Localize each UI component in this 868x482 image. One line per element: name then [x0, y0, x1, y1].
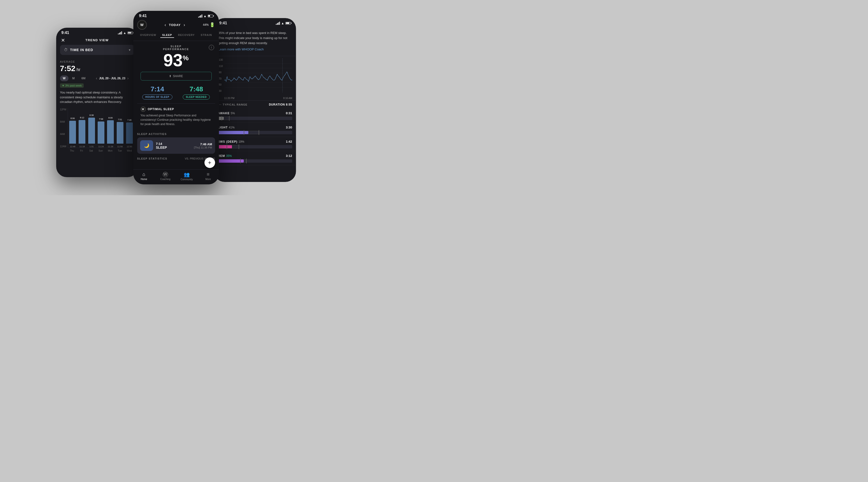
page-title: TREND VIEW [85, 38, 109, 42]
rem-info-box: 35% of your time in bed was spent in REM… [214, 27, 296, 56]
home-icon: ⌂ [143, 171, 145, 177]
sleep-stats-label: SLEEP STATISTICS [137, 157, 167, 160]
hr-start-time: 11:20 PM [224, 97, 235, 100]
stats-unit: hr [75, 67, 81, 72]
stage-light: LIGHT 41% 3:30 [214, 123, 296, 137]
tab-overview[interactable]: OVERVIEW [138, 33, 158, 38]
y-label-12am: 12AM [60, 145, 66, 148]
community-label: Community [181, 178, 193, 181]
stage-rem-time: 3:12 [286, 154, 292, 158]
battery-icon [128, 32, 133, 34]
fab-button[interactable]: + [205, 157, 215, 168]
phone-left: 9:41 ▲ ✕ TREND VIEW ⏱ TIME IN B [56, 28, 138, 177]
stats-value: 7:52 hr [60, 64, 134, 73]
bar-sat: 8:38 1:31 [88, 114, 95, 148]
tab-sleep[interactable]: SLEEP [160, 33, 174, 38]
sleep-activity-icon: 🌙 [140, 140, 153, 151]
center-status-icons: ▲ [198, 14, 213, 18]
stage-awake-header: AWAKE 5% 0:31 [218, 111, 292, 115]
community-icon: 👥 [184, 171, 190, 178]
nav-more[interactable]: ≡ More [197, 171, 219, 181]
typical-range-header: ⋯ TYPICAL RANGE DURATION 8:55 [214, 100, 296, 108]
needed-value: 7:48 [183, 85, 210, 93]
nav-home[interactable]: ⌂ Home [133, 171, 155, 181]
rem-info-text: 35% of your time in bed was spent in REM… [218, 31, 292, 45]
wifi-icon: ▲ [123, 31, 126, 35]
right-wifi-icon: ▲ [281, 22, 284, 25]
selector-icon: ⏱ [64, 48, 68, 52]
nav-prev-button[interactable]: ‹ [164, 23, 166, 28]
signal-icon [118, 31, 122, 34]
date-next-button[interactable]: › [127, 76, 128, 81]
nav-next-button[interactable]: › [184, 23, 185, 28]
sleep-times: 7:14 HOURS OF SLEEP 7:48 SLEEP NEEDED [133, 84, 219, 103]
duration-label: DURATION 8:55 [269, 103, 292, 106]
battery-pct: 44% [203, 23, 209, 27]
nav-middle: ‹ TODAY › [164, 23, 185, 28]
nav-today: TODAY [169, 23, 181, 27]
stage-awake-pct: 5% [231, 111, 235, 115]
sleep-activity-card[interactable]: 🌙 7:14 SLEEP 7:46 AM [Thu] 11:36 PM [137, 137, 215, 154]
close-button[interactable]: ✕ [61, 37, 65, 43]
trend-selector[interactable]: ⏱ TIME IN BED ▾ [60, 45, 134, 55]
trend-badge: ▼ 3% past week [60, 84, 84, 88]
right-signal-icon [276, 22, 280, 25]
hours-badge: HOURS OF SLEEP [142, 94, 173, 100]
nav-community[interactable]: 👥 Community [176, 171, 197, 181]
left-status-time: 9:41 [61, 31, 69, 35]
optimal-title-text: OPTIMAL SLEEP [148, 107, 174, 111]
stage-rem-bar [218, 159, 292, 163]
optimal-text: You achieved great Sleep Performance and… [141, 113, 212, 126]
left-status-icons: ▲ [118, 31, 133, 35]
left-status-bar: 9:41 ▲ [56, 28, 138, 36]
center-battery-icon [208, 15, 213, 18]
sleep-needed: 7:48 SLEEP NEEDED [183, 85, 210, 100]
phones-container: 9:41 ▲ ✕ TREND VIEW ⏱ TIME IN B [0, 0, 352, 195]
right-status-bar: 9:41 ▲ [214, 18, 296, 27]
stage-awake-label: AWAKE [218, 111, 231, 115]
stage-sws-pct: 19% [239, 140, 244, 143]
hr-chart-container: 130 110 90 70 50 30 [214, 56, 296, 100]
selector-text: TIME IN BED [70, 48, 126, 52]
nav-coaching[interactable]: W Coaching [155, 172, 176, 181]
pct-sign: % [183, 54, 189, 62]
stage-awake: AWAKE 5% 0:31 [214, 108, 296, 123]
left-header: ✕ TREND VIEW [56, 36, 138, 45]
activity-times: 7:46 AM [Thu] 11:36 PM [194, 142, 212, 149]
optimal-section: W OPTIMAL SLEEP You achieved great Sleep… [137, 103, 215, 129]
stage-light-bar [218, 131, 292, 134]
stats-row: SLEEP STATISTICS VS. PREVIOUS 30 DAYS [137, 157, 215, 160]
center-status-time: 9:41 [139, 14, 147, 18]
insight-text: You nearly had optimal sleep consistency… [60, 90, 134, 104]
bar-wed: 7:46 12:50 [126, 119, 133, 148]
center-nav: W ‹ TODAY › 44% 🔋 [133, 20, 219, 33]
share-button[interactable]: ⬆ SHARE [142, 73, 210, 79]
more-label: More [206, 178, 211, 181]
phone-center: 9:41 ▲ W ‹ TODAY › [133, 11, 219, 184]
pill-6m[interactable]: 6M [79, 75, 89, 81]
stage-light-pct: 41% [229, 126, 235, 129]
tab-recovery[interactable]: RECOVERY [176, 33, 196, 38]
tab-bar: OVERVIEW SLEEP RECOVERY STRAIN [133, 33, 219, 41]
hr-svg [224, 59, 292, 92]
whoop-icon: W [141, 106, 146, 112]
stage-light-time: 3:30 [286, 126, 292, 129]
battery-device-icon: 🔋 [210, 22, 215, 28]
date-prev-button[interactable]: ‹ [96, 76, 97, 81]
badge-text: ▼ 3% past week [62, 84, 82, 87]
chart-x-labels: Thu Fri Sat Sun Mon Tue Wed [67, 148, 134, 154]
bar-fri: 8:12 11:18 [79, 117, 85, 148]
pill-w[interactable]: W [60, 75, 68, 81]
learn-link[interactable]: Learn more with WHOOP Coach [218, 47, 264, 51]
stage-sws: SWS (DEEP) 19% 1:42 [214, 137, 296, 151]
hr-end-time: 8:16 AM [283, 97, 292, 100]
activities-label: SLEEP ACTIVITIES [133, 133, 219, 137]
whoop-avatar[interactable]: W [137, 20, 147, 30]
pill-m[interactable]: M [69, 75, 78, 81]
y-label-8am: 8AM [60, 121, 66, 123]
activity-duration: 7:14 [156, 142, 191, 146]
tab-strain[interactable]: STRAIN [199, 33, 214, 38]
info-button[interactable]: i [209, 45, 214, 50]
bar-tue: 7:51 11:58 [117, 118, 123, 148]
sleep-card-info: 7:14 SLEEP [156, 142, 191, 150]
